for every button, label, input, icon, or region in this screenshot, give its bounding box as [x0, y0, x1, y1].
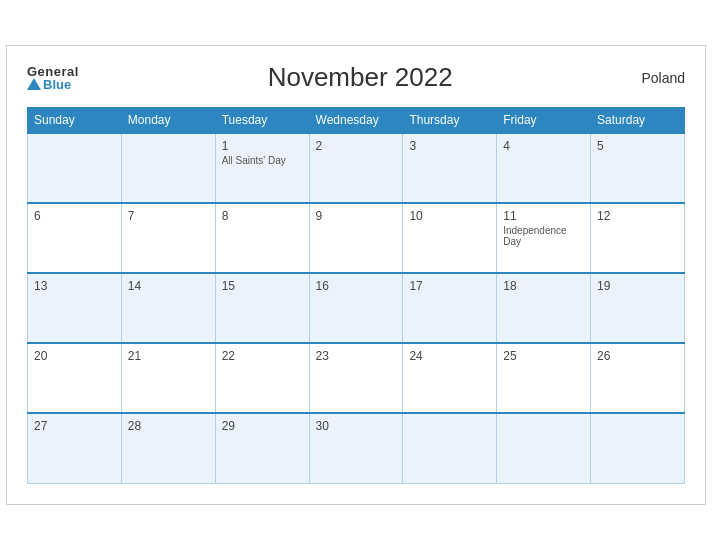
- calendar-day-cell: 23: [309, 343, 403, 413]
- header-friday: Friday: [497, 108, 591, 134]
- calendar-day-cell: [591, 413, 685, 483]
- header-thursday: Thursday: [403, 108, 497, 134]
- day-number: 26: [597, 349, 678, 363]
- calendar-week-row: 27282930: [28, 413, 685, 483]
- calendar-week-row: 13141516171819: [28, 273, 685, 343]
- calendar-day-cell: 27: [28, 413, 122, 483]
- logo-triangle-icon: [27, 78, 41, 90]
- day-number: 21: [128, 349, 209, 363]
- calendar-day-cell: 22: [215, 343, 309, 413]
- calendar-day-cell: 9: [309, 203, 403, 273]
- day-number: 22: [222, 349, 303, 363]
- day-number: 1: [222, 139, 303, 153]
- day-number: 11: [503, 209, 584, 223]
- calendar-day-cell: 21: [121, 343, 215, 413]
- calendar-day-cell: 29: [215, 413, 309, 483]
- logo-general-text: General: [27, 65, 79, 78]
- calendar-day-cell: 11Independence Day: [497, 203, 591, 273]
- day-number: 4: [503, 139, 584, 153]
- day-number: 23: [316, 349, 397, 363]
- weekday-header-row: Sunday Monday Tuesday Wednesday Thursday…: [28, 108, 685, 134]
- calendar-day-cell: [403, 413, 497, 483]
- calendar-week-row: 1All Saints' Day2345: [28, 133, 685, 203]
- header-saturday: Saturday: [591, 108, 685, 134]
- calendar-day-cell: [28, 133, 122, 203]
- calendar-day-cell: 18: [497, 273, 591, 343]
- day-number: 3: [409, 139, 490, 153]
- calendar-header-row: Sunday Monday Tuesday Wednesday Thursday…: [28, 108, 685, 134]
- day-number: 20: [34, 349, 115, 363]
- calendar-day-cell: 8: [215, 203, 309, 273]
- day-number: 14: [128, 279, 209, 293]
- day-number: 15: [222, 279, 303, 293]
- day-number: 27: [34, 419, 115, 433]
- calendar-week-row: 67891011Independence Day12: [28, 203, 685, 273]
- day-number: 29: [222, 419, 303, 433]
- calendar-day-cell: 30: [309, 413, 403, 483]
- day-number: 30: [316, 419, 397, 433]
- header-wednesday: Wednesday: [309, 108, 403, 134]
- day-number: 2: [316, 139, 397, 153]
- calendar-day-cell: 3: [403, 133, 497, 203]
- calendar-day-cell: 2: [309, 133, 403, 203]
- header-sunday: Sunday: [28, 108, 122, 134]
- header-monday: Monday: [121, 108, 215, 134]
- calendar-day-cell: 19: [591, 273, 685, 343]
- day-number: 6: [34, 209, 115, 223]
- holiday-name: All Saints' Day: [222, 155, 303, 166]
- day-number: 19: [597, 279, 678, 293]
- calendar-day-cell: 24: [403, 343, 497, 413]
- day-number: 16: [316, 279, 397, 293]
- calendar-day-cell: 14: [121, 273, 215, 343]
- calendar-day-cell: 7: [121, 203, 215, 273]
- calendar-day-cell: 15: [215, 273, 309, 343]
- day-number: 12: [597, 209, 678, 223]
- calendar-day-cell: 13: [28, 273, 122, 343]
- month-title: November 2022: [79, 62, 641, 93]
- calendar-day-cell: [497, 413, 591, 483]
- day-number: 13: [34, 279, 115, 293]
- calendar-week-row: 20212223242526: [28, 343, 685, 413]
- calendar-day-cell: 25: [497, 343, 591, 413]
- day-number: 18: [503, 279, 584, 293]
- calendar-container: General Blue November 2022 Poland Sunday…: [6, 45, 706, 505]
- day-number: 10: [409, 209, 490, 223]
- calendar-day-cell: 1All Saints' Day: [215, 133, 309, 203]
- calendar-day-cell: 10: [403, 203, 497, 273]
- calendar-day-cell: [121, 133, 215, 203]
- calendar-day-cell: 5: [591, 133, 685, 203]
- logo-blue-text: Blue: [27, 78, 79, 91]
- day-number: 24: [409, 349, 490, 363]
- calendar-day-cell: 20: [28, 343, 122, 413]
- day-number: 25: [503, 349, 584, 363]
- calendar-day-cell: 28: [121, 413, 215, 483]
- logo: General Blue: [27, 65, 79, 91]
- day-number: 17: [409, 279, 490, 293]
- calendar-day-cell: 12: [591, 203, 685, 273]
- holiday-name: Independence Day: [503, 225, 584, 247]
- country-label: Poland: [641, 70, 685, 86]
- calendar-day-cell: 17: [403, 273, 497, 343]
- day-number: 8: [222, 209, 303, 223]
- header-tuesday: Tuesday: [215, 108, 309, 134]
- day-number: 28: [128, 419, 209, 433]
- calendar-table: Sunday Monday Tuesday Wednesday Thursday…: [27, 107, 685, 484]
- day-number: 7: [128, 209, 209, 223]
- day-number: 5: [597, 139, 678, 153]
- day-number: 9: [316, 209, 397, 223]
- calendar-header: General Blue November 2022 Poland: [27, 62, 685, 93]
- calendar-day-cell: 6: [28, 203, 122, 273]
- calendar-day-cell: 26: [591, 343, 685, 413]
- calendar-day-cell: 4: [497, 133, 591, 203]
- calendar-body: 1All Saints' Day234567891011Independence…: [28, 133, 685, 483]
- calendar-day-cell: 16: [309, 273, 403, 343]
